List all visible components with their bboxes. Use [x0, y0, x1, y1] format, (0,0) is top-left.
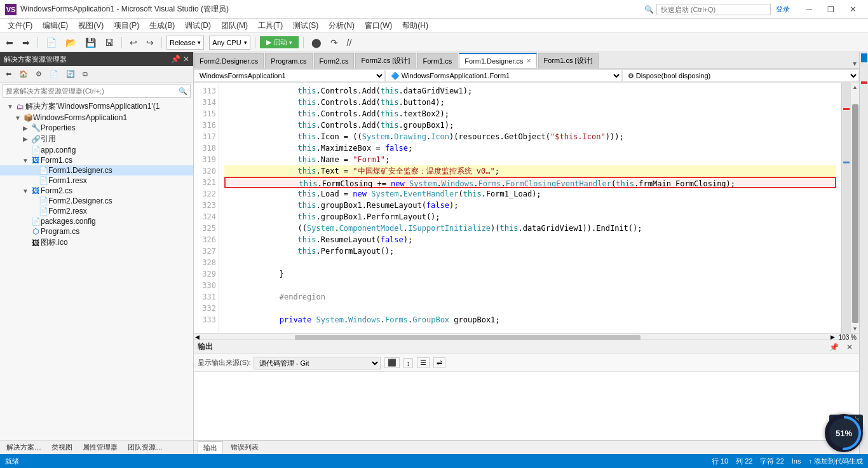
tab-form2-designer[interactable]: Form2.Designer.cs — [194, 53, 264, 68]
output-scroll-btn[interactable]: ↕ — [403, 358, 414, 368]
code-text-area[interactable]: this.Controls.Add(this.dataGridView1); t… — [219, 83, 841, 333]
tree-solution[interactable]: ▼ 🗂 解决方案'WindowsFormsApplication1'(1 — [0, 100, 193, 113]
tree-project[interactable]: ▼ 📦 WindowsFormsApplication1 — [0, 113, 193, 123]
tree-properties[interactable]: ▶ 🔧 Properties — [0, 123, 193, 133]
comment-btn[interactable]: // — [344, 36, 355, 50]
line-318: 318 — [199, 142, 216, 154]
output-pin-btn[interactable]: 📌 — [827, 341, 841, 353]
tab-form1-designer-label: Form1.Designer.cs — [465, 57, 523, 65]
platform-dropdown[interactable]: Any CPU ▾ — [209, 36, 250, 50]
tree-form1-resx[interactable]: 📄 Form1.resx — [0, 176, 193, 186]
restore-button[interactable]: ❒ — [821, 2, 841, 17]
tree-form2[interactable]: ▼ 🖼 Form2.cs — [0, 186, 193, 196]
tab-form2[interactable]: Form2.cs — [314, 53, 355, 68]
menu-project[interactable]: 项目(P) — [109, 19, 144, 32]
redo-btn[interactable]: ↪ — [143, 36, 157, 50]
code-line-329: } — [224, 268, 836, 280]
se-refresh2-btn[interactable]: 🔄 — [63, 68, 78, 80]
tab-form1-designer[interactable]: Form1.Designer.cs ✕ — [459, 53, 536, 68]
se-back-btn[interactable]: ⬅ — [3, 68, 15, 80]
menu-build[interactable]: 生成(B) — [144, 19, 180, 32]
se-search-box[interactable]: 🔍 — [3, 84, 191, 98]
tree-app-config[interactable]: 📄 app.config — [0, 145, 193, 155]
vscroll-thumb[interactable] — [852, 104, 858, 323]
tab-form2-label: Form2.cs — [320, 57, 349, 65]
status-add-code[interactable]: ↑ 添加到代码生成 — [808, 457, 863, 466]
menu-analyze[interactable]: 分析(N) — [323, 19, 360, 32]
menu-view[interactable]: 视图(V) — [73, 19, 109, 32]
se-file-btn[interactable]: 📄 — [46, 68, 62, 80]
tab-form1-design[interactable]: Form1.cs [设计] — [538, 53, 599, 68]
menu-file[interactable]: 文件(F) — [3, 19, 37, 32]
cpu-percent-display: 51% — [829, 418, 858, 448]
tree-program[interactable]: ⬡ Program.cs — [0, 226, 193, 237]
se-search-input[interactable] — [3, 86, 176, 96]
menu-debug[interactable]: 调试(D) — [180, 19, 216, 32]
output-clear-btn[interactable]: ⬛ — [384, 357, 400, 368]
form1-expand-icon: ▼ — [20, 157, 31, 164]
tab-form1[interactable]: Form1.cs — [417, 53, 458, 68]
minimize-button[interactable]: ─ — [800, 2, 818, 17]
new-project-btn[interactable]: 📄 — [43, 36, 60, 50]
quick-launch-input[interactable] — [656, 4, 771, 15]
menu-team[interactable]: 团队(M) — [216, 19, 253, 32]
forward-btn[interactable]: ➡ — [19, 36, 33, 50]
tree-form2-designer[interactable]: 📄 Form2.Designer.cs — [0, 196, 193, 206]
undo-btn[interactable]: ↩ — [126, 36, 140, 50]
tree-packages-config[interactable]: 📄 packages.config — [0, 216, 193, 226]
config-dropdown[interactable]: Release ▾ — [166, 36, 204, 50]
se-close-icon[interactable]: ✕ — [183, 55, 189, 64]
code-nav-class-select[interactable]: 🔷 WindowsFormsApplication1.Form1 — [385, 69, 622, 82]
se-pin-icon[interactable]: 📌 — [171, 55, 180, 64]
step-over-btn[interactable]: ↷ — [327, 36, 341, 50]
output-filter-btn[interactable]: ☰ — [417, 357, 430, 368]
save-all-btn[interactable]: 🖫 — [102, 36, 117, 50]
open-btn[interactable]: 📂 — [62, 36, 79, 50]
se-tab-classview[interactable]: 类视图 — [48, 441, 76, 453]
start-debug-button[interactable]: ▶ 启动 ▾ — [260, 36, 299, 48]
app-config-icon: 📄 — [31, 146, 41, 155]
tab-program[interactable]: Program.cs — [265, 53, 312, 68]
output-tab-errors[interactable]: 错误列表 — [226, 441, 264, 453]
tabs-overflow-button[interactable]: ▾ — [850, 59, 859, 68]
menu-window[interactable]: 窗口(W) — [360, 19, 397, 32]
code-nav-member-select[interactable]: ⚙ Dispose(bool disposing) — [622, 69, 859, 82]
editor-vertical-scrollbar[interactable]: ▲ ▼ — [850, 83, 859, 333]
save-btn[interactable]: 💾 — [82, 36, 99, 50]
tab-form1-designer-close-icon[interactable]: ✕ — [526, 57, 531, 64]
menu-help[interactable]: 帮助(H) — [397, 19, 433, 32]
menu-edit[interactable]: 编辑(E) — [37, 19, 73, 32]
se-tab-team[interactable]: 团队资源… — [124, 441, 166, 453]
line-numbers: 313 314 315 316 317 318 319 320 321 322 … — [194, 83, 219, 333]
se-tab-properties[interactable]: 属性管理器 — [79, 441, 121, 453]
tree-form1[interactable]: ▼ 🖼 Form1.cs — [0, 155, 193, 165]
vscroll-down-button[interactable]: ▼ — [851, 324, 860, 333]
quick-launch-search[interactable]: 🔍 — [644, 4, 771, 15]
back-btn[interactable]: ⬅ — [3, 36, 17, 50]
se-copy-btn[interactable]: ⧉ — [79, 68, 91, 80]
code-nav-project-select[interactable]: WindowsFormsApplication1 — [194, 69, 385, 82]
tree-form2-resx[interactable]: 📄 Form2.resx — [0, 206, 193, 216]
window-controls: ─ ❒ ✕ — [800, 2, 863, 17]
login-button[interactable]: 登录 — [776, 4, 790, 14]
output-wordwrap-btn[interactable]: ⇌ — [433, 357, 445, 368]
cpu-percent-suffix: % — [844, 429, 852, 438]
se-settings-btn[interactable]: ⚙ — [32, 68, 45, 80]
line-314: 314 — [199, 97, 216, 108]
output-close-btn[interactable]: ✕ — [844, 341, 855, 353]
menu-test[interactable]: 测试(S) — [288, 19, 323, 32]
breakpoint-btn[interactable]: ⬤ — [308, 36, 325, 50]
se-tab-solution[interactable]: 解决方案… — [3, 441, 45, 453]
close-button[interactable]: ✕ — [843, 2, 863, 17]
se-refresh-btn[interactable]: 🏠 — [16, 68, 31, 80]
output-source-select[interactable]: 源代码管理 - Git — [254, 357, 381, 369]
horizontal-scrollbar[interactable]: ◀ ▶ 103 % — [194, 333, 859, 340]
hscroll-thumb[interactable] — [295, 335, 641, 340]
output-tab-output[interactable]: 输出 — [198, 441, 223, 454]
tree-form1-designer[interactable]: 📄 Form1.Designer.cs — [0, 165, 193, 176]
tree-references[interactable]: ▶ 🔗 引用 — [0, 133, 193, 145]
vscroll-up-button[interactable]: ▲ — [851, 83, 860, 92]
menu-tools[interactable]: 工具(T) — [253, 19, 288, 32]
tree-icon-file[interactable]: 🖼 图标.ico — [0, 237, 193, 249]
tab-form2-design[interactable]: Form2.cs [设计] — [355, 53, 416, 68]
